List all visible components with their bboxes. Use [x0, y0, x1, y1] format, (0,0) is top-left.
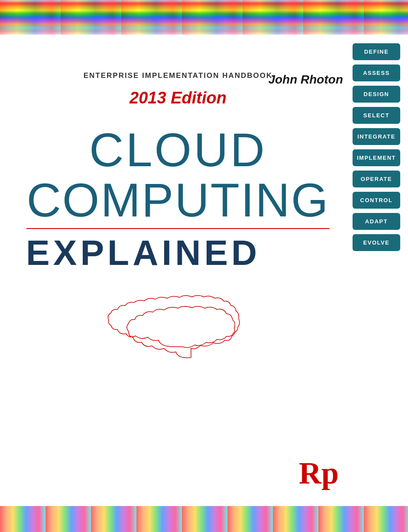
cloud-illustration — [87, 290, 269, 360]
sidebar-btn-design[interactable]: DESIGN — [353, 86, 400, 103]
rainbow-bar-bottom — [0, 506, 408, 532]
sidebar-btn-evolve[interactable]: EVOLVE — [353, 234, 400, 251]
sidebar-btn-integrate[interactable]: INTEGRATE — [353, 128, 400, 145]
rainbow-bar-top — [0, 0, 408, 35]
red-divider — [26, 228, 330, 229]
sidebar-btn-operate[interactable]: OPERATE — [353, 171, 400, 187]
sidebar-btn-select[interactable]: SELECT — [353, 107, 400, 124]
sidebar-btn-implement[interactable]: IMPLEMENT — [353, 149, 400, 166]
author-name: John Rhoton — [268, 73, 343, 87]
sidebar: DEFINE ASSESS DESIGN SELECT INTEGRATE IM… — [347, 35, 408, 506]
title-cloud: CLOUD — [26, 125, 329, 175]
subtitle: ENTERPRISE IMPLEMENTATION HANDBOOK — [84, 71, 273, 80]
publisher-logo: Rp — [299, 458, 339, 489]
sidebar-btn-define[interactable]: DEFINE — [353, 43, 400, 60]
title-block: CLOUD COMPUTING — [26, 125, 329, 225]
main-content: ENTERPRISE IMPLEMENTATION HANDBOOK 2013 … — [0, 35, 347, 506]
title-computing: COMPUTING — [26, 175, 329, 225]
sidebar-btn-assess[interactable]: ASSESS — [353, 64, 400, 81]
sidebar-btn-control[interactable]: CONTROL — [353, 192, 400, 209]
title-explained: EXPLAINED — [26, 232, 260, 273]
edition: 2013 Edition — [130, 89, 227, 107]
sidebar-btn-adapt[interactable]: ADAPT — [353, 213, 400, 230]
